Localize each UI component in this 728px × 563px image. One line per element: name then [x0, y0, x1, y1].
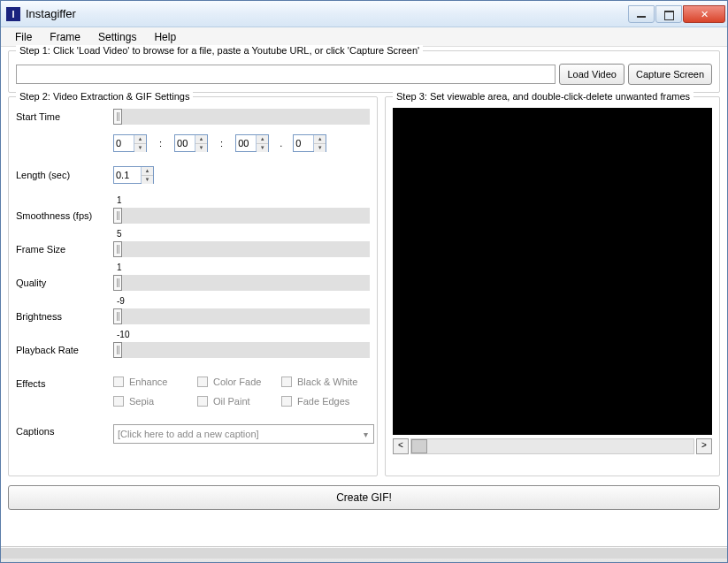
start-minutes-input[interactable]	[175, 135, 195, 151]
playback-slider[interactable]	[113, 342, 370, 358]
frame-size-label: Frame Size	[16, 244, 113, 255]
close-button[interactable]	[683, 5, 725, 23]
app-icon: I	[6, 7, 20, 21]
menu-help[interactable]: Help	[145, 29, 185, 45]
start-time-slider[interactable]	[113, 109, 370, 125]
step1-legend: Step 1: Click 'Load Video' to browse for…	[16, 45, 423, 56]
slider-thumb[interactable]	[113, 308, 122, 324]
effect-sepia-checkbox[interactable]: Sepia	[113, 396, 197, 407]
smoothness-value: 1	[117, 195, 122, 205]
brightness-label: Brightness	[16, 311, 113, 322]
content-area: Step 1: Click 'Load Video' to browse for…	[1, 47, 727, 517]
slider-thumb[interactable]	[113, 342, 122, 358]
quality-slider[interactable]	[113, 275, 370, 291]
capture-screen-button[interactable]: Capture Screen	[628, 64, 712, 85]
start-ms-spinner[interactable]: ▲▼	[293, 134, 326, 152]
load-video-button[interactable]: Load Video	[559, 64, 624, 85]
checkbox-icon	[113, 396, 124, 407]
menu-file[interactable]: File	[6, 29, 41, 45]
start-hours-spinner[interactable]: ▲▼	[113, 134, 147, 152]
chevron-up-icon[interactable]: ▲	[257, 135, 268, 144]
time-separator: :	[220, 138, 223, 148]
frame-preview-area[interactable]	[393, 108, 712, 435]
chevron-up-icon[interactable]: ▲	[195, 135, 207, 144]
playback-value: -10	[117, 330, 129, 339]
step3-group: Step 3: Set viewable area, and double-cl…	[385, 96, 720, 476]
video-url-input[interactable]	[16, 65, 556, 84]
scroll-left-button[interactable]: <	[393, 438, 409, 454]
chevron-up-icon[interactable]: ▲	[134, 135, 146, 144]
create-gif-button[interactable]: Create GIF!	[8, 485, 720, 510]
effect-fade-edges-checkbox[interactable]: Fade Edges	[281, 396, 365, 407]
frame-size-value: 5	[117, 229, 122, 239]
chevron-down-icon[interactable]: ▼	[142, 176, 153, 184]
time-separator: :	[159, 138, 162, 148]
length-input[interactable]	[114, 167, 141, 183]
titlebar: I Instagiffer	[1, 1, 727, 27]
statusbar	[1, 546, 727, 562]
quality-value: 1	[117, 262, 122, 272]
app-window: I Instagiffer File Frame Settings Help S…	[0, 0, 728, 563]
window-title: Instagiffer	[26, 7, 627, 20]
captions-label: Captions	[16, 426, 113, 437]
chevron-up-icon[interactable]: ▲	[314, 135, 326, 144]
brightness-slider[interactable]	[113, 308, 370, 324]
chevron-down-icon[interactable]: ▼	[134, 144, 146, 152]
effects-label: Effects	[16, 378, 113, 389]
slider-thumb[interactable]	[113, 241, 122, 257]
slider-thumb[interactable]	[113, 275, 122, 291]
scrollbar-thumb[interactable]	[411, 439, 427, 453]
brightness-value: -9	[117, 296, 125, 306]
chevron-down-icon[interactable]: ▼	[195, 144, 207, 152]
menu-frame[interactable]: Frame	[41, 29, 89, 45]
chevron-up-icon[interactable]: ▲	[142, 167, 153, 176]
frame-size-slider[interactable]	[113, 241, 370, 257]
playback-label: Playback Rate	[16, 345, 113, 355]
start-minutes-spinner[interactable]: ▲▼	[174, 134, 208, 152]
menubar: File Frame Settings Help	[1, 27, 727, 47]
length-label: Length (sec)	[16, 170, 113, 180]
step1-group: Step 1: Click 'Load Video' to browse for…	[8, 50, 720, 93]
chevron-down-icon[interactable]: ▼	[314, 144, 326, 152]
start-seconds-input[interactable]	[236, 135, 256, 151]
slider-thumb[interactable]	[113, 208, 122, 224]
effect-oil-paint-checkbox[interactable]: Oil Paint	[197, 396, 281, 407]
start-seconds-spinner[interactable]: ▲▼	[235, 134, 269, 152]
captions-placeholder: [Click here to add a new caption]	[118, 429, 259, 439]
slider-thumb[interactable]	[113, 109, 122, 125]
quality-label: Quality	[16, 278, 113, 288]
checkbox-icon	[197, 396, 208, 407]
minimize-button[interactable]	[628, 5, 655, 23]
scroll-right-button[interactable]: >	[696, 438, 712, 454]
captions-dropdown[interactable]: [Click here to add a new caption]	[113, 424, 374, 444]
time-dot: .	[280, 138, 282, 148]
frame-scrollbar[interactable]	[410, 438, 694, 454]
maximize-button[interactable]	[655, 5, 682, 23]
smoothness-slider[interactable]	[113, 208, 370, 224]
smoothness-label: Smoothness (fps)	[16, 210, 113, 221]
start-hours-input[interactable]	[114, 135, 134, 151]
checkbox-icon	[281, 396, 292, 407]
start-ms-input[interactable]	[294, 135, 313, 151]
step2-group: Step 2: Video Extraction & GIF Settings …	[8, 96, 378, 476]
step3-legend: Step 3: Set viewable area, and double-cl…	[393, 91, 694, 102]
chevron-down-icon[interactable]: ▼	[257, 144, 268, 152]
menu-settings[interactable]: Settings	[89, 29, 145, 45]
step2-legend: Step 2: Video Extraction & GIF Settings	[16, 91, 193, 102]
start-time-label: Start Time	[16, 111, 113, 122]
length-spinner[interactable]: ▲▼	[113, 166, 154, 184]
